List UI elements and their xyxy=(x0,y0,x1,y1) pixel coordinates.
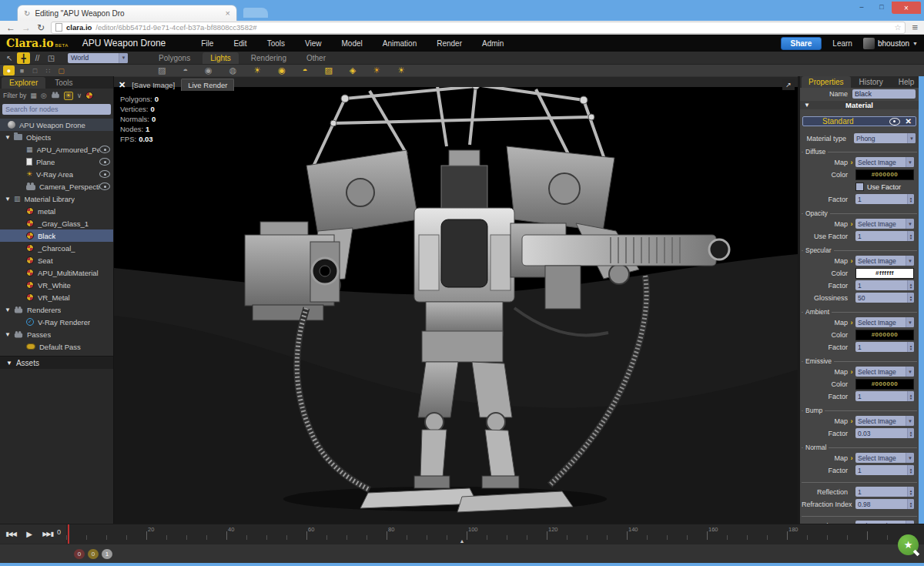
select-map[interactable]: Select Image▼ xyxy=(855,219,914,229)
number-input-refraction-index[interactable]: 0.98▴▾ xyxy=(855,499,914,509)
tree-item-vr-white[interactable]: VR_White xyxy=(0,279,113,291)
spinner-down-icon[interactable]: ▾ xyxy=(910,199,912,203)
expand-viewport-button[interactable]: ↗ xyxy=(782,79,795,90)
status-badge-1[interactable]: 0 xyxy=(88,549,99,559)
search-input[interactable] xyxy=(2,104,111,115)
playhead[interactable] xyxy=(68,524,69,544)
spinner-down-icon[interactable]: ▾ xyxy=(910,504,912,507)
spinner-control[interactable]: ▴▾ xyxy=(907,487,914,497)
expand-timeline-icon[interactable]: ▲ xyxy=(460,538,465,544)
marquee-select-mode[interactable]: ▢ xyxy=(55,65,67,75)
select-map[interactable]: Select Image▼ xyxy=(855,317,914,327)
directional-light-icon[interactable]: ▨ xyxy=(324,66,332,75)
menu-tools[interactable]: Tools xyxy=(267,39,285,48)
tab-other[interactable]: Other xyxy=(299,52,333,64)
edge-select-mode[interactable]: □ xyxy=(29,65,41,75)
tab-polygons[interactable]: Polygons xyxy=(151,52,198,64)
forward-button[interactable]: → xyxy=(22,23,31,32)
color-swatch-ffffff[interactable]: #ffffff xyxy=(855,268,914,279)
number-input-factor[interactable]: 1▴▾ xyxy=(855,391,914,401)
tree-item-gray-glass-1[interactable]: _Gray_Glass_1 xyxy=(0,217,113,229)
spinner-control[interactable]: ▴▾ xyxy=(907,280,914,290)
tree-item-apu-armoured-personnel-u[interactable]: ▦APU_Armoured_Personnel_U... xyxy=(0,143,113,156)
address-bar[interactable]: clara.io /editor/6bb5471d-9e71-4cef-b37a… xyxy=(51,22,906,34)
tree-item-v-ray-renderer[interactable]: ✓V-Ray Renderer xyxy=(0,316,113,328)
color-swatch-000000[interactable]: #000000 xyxy=(855,379,914,390)
reload-button[interactable]: ↻ xyxy=(37,23,45,32)
sphere-light-icon[interactable]: ◉ xyxy=(278,66,286,75)
filter-null-icon[interactable]: ◎ xyxy=(41,92,47,99)
number-input-reflection[interactable]: 1▴▾ xyxy=(855,487,914,497)
caret-down-icon[interactable]: ▼ xyxy=(5,134,14,141)
spinner-control[interactable]: ▴▾ xyxy=(907,428,914,438)
filter-mesh-icon[interactable]: ▦ xyxy=(30,92,37,99)
play-button[interactable]: ▶ xyxy=(20,524,38,544)
material-section-header[interactable]: ▼ Material xyxy=(800,101,919,109)
select-cursor-tool[interactable]: ↖ xyxy=(3,52,16,64)
status-badge-0[interactable]: 0 xyxy=(74,549,85,559)
number-input-factor[interactable]: 1▴▾ xyxy=(855,342,914,352)
caret-down-icon[interactable]: ▼ xyxy=(5,331,14,338)
tab-rendering[interactable]: Rendering xyxy=(243,52,294,64)
eye-visibility-icon[interactable] xyxy=(99,158,110,166)
map-expand-arrow-icon[interactable]: › xyxy=(848,257,855,265)
vertex-select-mode[interactable]: ∷ xyxy=(42,65,54,75)
number-input-factor[interactable]: 1▴▾ xyxy=(855,194,914,204)
spinner-down-icon[interactable]: ▾ xyxy=(910,347,912,350)
live-render-tab[interactable]: Live Render xyxy=(181,79,234,91)
tree-item-apu-weapon-drone[interactable]: APU Weapon Drone xyxy=(0,119,113,131)
close-render-icon[interactable]: ✕ xyxy=(119,81,126,89)
standard-operator-bar[interactable]: Standard ✕ xyxy=(802,116,916,126)
select-material-type[interactable]: Phong▼ xyxy=(854,133,916,143)
checkbox-use-factor[interactable] xyxy=(855,183,864,191)
close-window-button[interactable]: × xyxy=(892,2,921,14)
tab-close-icon[interactable]: × xyxy=(226,8,230,18)
tree-item-vr-metal[interactable]: VR_Metal xyxy=(0,291,113,303)
select-map[interactable]: Select Image▼ xyxy=(855,157,914,167)
point-light-icon[interactable]: ◉ xyxy=(205,66,213,75)
browser-tab[interactable]: ↻ Editing "APU Weapon Dro × xyxy=(17,5,237,21)
menu-animation[interactable]: Animation xyxy=(383,39,417,48)
spinner-control[interactable]: ▴▾ xyxy=(907,194,914,204)
select-map[interactable]: Select Image▼ xyxy=(855,416,914,426)
scale-tool[interactable]: ◳ xyxy=(45,52,58,64)
timeline-ruler[interactable]: 20406080100120140160180 xyxy=(66,524,924,544)
select-map[interactable]: Select Image▼ xyxy=(855,453,914,463)
caret-down-icon[interactable]: ▼ xyxy=(5,306,14,313)
number-input-use-factor[interactable]: 1▴▾ xyxy=(855,231,914,241)
map-expand-arrow-icon[interactable]: › xyxy=(848,368,855,376)
area-light-icon[interactable]: ◈ xyxy=(350,66,356,75)
object-select-mode[interactable]: ● xyxy=(3,65,15,75)
new-tab-button[interactable] xyxy=(243,8,268,18)
color-swatch-000000[interactable]: #000000 xyxy=(855,169,914,180)
filter-material-icon[interactable] xyxy=(85,92,93,99)
eye-visibility-icon[interactable] xyxy=(99,146,110,153)
tab-tools[interactable]: Tools xyxy=(47,77,80,89)
number-input-factor[interactable]: 0.03▴▾ xyxy=(855,428,914,438)
tab-help[interactable]: Help xyxy=(892,76,922,88)
map-expand-arrow-icon[interactable]: › xyxy=(848,417,855,425)
number-input-factor[interactable]: 1▴▾ xyxy=(855,465,914,475)
map-expand-arrow-icon[interactable]: › xyxy=(848,319,855,327)
tree-item-apu-multimaterial[interactable]: APU_MultiMaterial xyxy=(0,266,113,279)
spinner-control[interactable]: ▴▾ xyxy=(907,465,914,475)
back-button[interactable]: ← xyxy=(6,23,15,32)
clara-logo[interactable]: Clara.io xyxy=(6,38,54,49)
browser-menu-icon[interactable]: ≡ xyxy=(912,22,918,32)
filter-spline-icon[interactable]: ∨ xyxy=(77,92,82,99)
map-expand-arrow-icon[interactable]: › xyxy=(848,454,855,462)
textured-light-icon[interactable]: ◍ xyxy=(229,66,237,75)
spinner-control[interactable]: ▴▾ xyxy=(907,293,914,303)
spinner-down-icon[interactable]: ▾ xyxy=(910,471,912,474)
remove-operator-icon[interactable]: ✕ xyxy=(906,117,912,126)
menu-model[interactable]: Model xyxy=(341,39,362,48)
sun-light-icon[interactable]: ☀ xyxy=(373,66,380,75)
skip-to-start-button[interactable]: ▮◀◀ xyxy=(2,524,20,544)
user-menu[interactable]: bhouston ▼ xyxy=(863,38,918,49)
tree-item-metal[interactable]: metal xyxy=(0,205,113,217)
tree-item-v-ray-area[interactable]: ☀V-Ray Area xyxy=(0,168,113,180)
tree-item-black[interactable]: Black xyxy=(0,229,113,242)
filter-camera-icon[interactable] xyxy=(52,93,59,98)
face-select-mode[interactable]: ■ xyxy=(16,65,28,75)
eye-visibility-icon[interactable] xyxy=(99,183,110,190)
